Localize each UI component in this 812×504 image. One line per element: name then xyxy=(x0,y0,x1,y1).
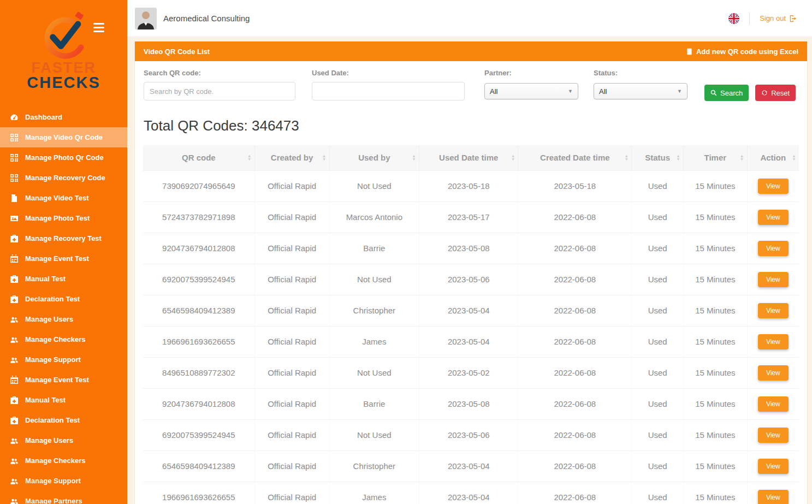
sign-out-label: Sign out xyxy=(760,14,786,22)
cell-created-by: Official Rapid xyxy=(254,201,329,233)
status-select[interactable]: All ▼ xyxy=(594,83,687,99)
sidebar-item-dashboard[interactable]: Dashboard xyxy=(0,107,127,127)
cell-qr: 9204736794012808 xyxy=(143,388,254,419)
cell-created-date: 2022-06-08 xyxy=(518,326,632,357)
table-row: 6546598409412389Official RapidChristophe… xyxy=(143,450,799,482)
view-button[interactable]: View xyxy=(758,210,789,225)
view-button[interactable]: View xyxy=(758,334,789,349)
sidebar-item-manage-checkers[interactable]: Manage Checkers xyxy=(0,450,127,471)
sidebar-item-manage-users[interactable]: Manage Users xyxy=(0,430,127,450)
column-header-action[interactable]: Action▴▾ xyxy=(747,145,799,170)
company-name: Aeromedical Consulting xyxy=(163,14,250,23)
uk-flag-icon[interactable] xyxy=(728,13,739,24)
logo-text-faster: FASTER xyxy=(0,61,127,74)
sort-icon[interactable]: ▴▾ xyxy=(793,155,795,161)
search-button[interactable]: Search xyxy=(704,85,749,101)
sidebar-item-manage-recovery-test[interactable]: Manage Recovery Test xyxy=(0,228,127,248)
column-header-timer[interactable]: Timer▴▾ xyxy=(684,145,747,170)
sidebar-item-manage-video-test[interactable]: Manage Video Test xyxy=(0,188,127,208)
search-qr-input[interactable] xyxy=(144,82,295,100)
sidebar-item-label: Manage Checkers xyxy=(25,335,86,343)
cell-qr: 6920075399524945 xyxy=(143,419,254,450)
sidebar-item-manage-recovery-code[interactable]: Manage Recovery Code xyxy=(0,168,127,188)
cell-qr: 6546598409412389 xyxy=(143,295,254,326)
add-excel-button[interactable]: Add new QR code using Excel xyxy=(686,48,798,56)
partner-select[interactable]: All ▼ xyxy=(484,83,578,99)
sidebar-item-manage-photo-qr-code[interactable]: Manage Photo Qr Code xyxy=(0,147,127,168)
cell-created-by: Official Rapid xyxy=(254,233,329,264)
search-qr-label: Search QR code: xyxy=(144,69,295,77)
sidebar-item-manage-users[interactable]: Manage Users xyxy=(0,309,127,329)
cell-qr: 9204736794012808 xyxy=(143,233,254,264)
topbar: Aeromedical Consulting Sign out xyxy=(127,0,812,37)
column-label: Used by xyxy=(358,153,390,162)
column-header-created-date-time[interactable]: Created Date time▴▾ xyxy=(518,145,632,170)
view-button[interactable]: View xyxy=(758,179,789,194)
sort-icon[interactable]: ▴▾ xyxy=(512,155,514,161)
sidebar-item-manual-test[interactable]: Manual Test xyxy=(0,269,127,289)
cell-created-by: Official Rapid xyxy=(254,295,329,326)
sidebar-item-manage-support[interactable]: Manage Support xyxy=(0,471,127,491)
cell-used-date: 2023-05-04 xyxy=(419,450,518,482)
sort-icon[interactable]: ▴▾ xyxy=(677,155,679,161)
cell-created-date: 2022-06-08 xyxy=(518,450,632,482)
cell-action: View xyxy=(747,357,799,388)
sidebar-item-manage-checkers[interactable]: Manage Checkers xyxy=(0,329,127,349)
view-button[interactable]: View xyxy=(758,490,789,504)
cell-status: Used xyxy=(632,357,684,388)
add-excel-label: Add new QR code using Excel xyxy=(696,48,798,56)
sidebar-item-manage-event-test[interactable]: Manage Event Test xyxy=(0,370,127,390)
view-button[interactable]: View xyxy=(758,303,789,318)
cell-created-by: Official Rapid xyxy=(254,264,329,295)
hamburger-menu-icon[interactable] xyxy=(93,23,104,34)
sidebar-item-manage-video-qr-code[interactable]: Manage Video Qr Code xyxy=(0,127,127,147)
sidebar-item-manage-photo-test[interactable]: Manage Photo Test xyxy=(0,208,127,228)
view-button[interactable]: View xyxy=(758,459,789,474)
sidebar-item-declaration-test[interactable]: Declaration Test xyxy=(0,410,127,430)
cell-used-date: 2023-05-17 xyxy=(419,201,518,233)
column-header-created-by[interactable]: Created by▴▾ xyxy=(254,145,329,170)
sidebar-item-declaration-test[interactable]: Declaration Test xyxy=(0,289,127,309)
cell-status: Used xyxy=(632,482,684,504)
sort-icon[interactable]: ▴▾ xyxy=(625,155,627,161)
view-button[interactable]: View xyxy=(758,365,789,381)
cell-created-date: 2022-06-08 xyxy=(518,233,632,264)
sidebar-item-label: Manage Event Test xyxy=(25,376,89,384)
used-date-input[interactable] xyxy=(312,82,465,100)
view-button[interactable]: View xyxy=(758,241,789,256)
avatar[interactable] xyxy=(135,8,157,29)
sort-icon[interactable]: ▴▾ xyxy=(413,155,415,161)
reset-button[interactable]: Reset xyxy=(755,85,796,101)
view-button[interactable]: View xyxy=(758,396,789,412)
cell-action: View xyxy=(747,388,799,419)
qr-code-icon xyxy=(10,133,19,142)
sort-icon[interactable]: ▴▾ xyxy=(248,155,251,161)
view-button[interactable]: View xyxy=(758,272,789,287)
cell-created-by: Official Rapid xyxy=(254,450,329,482)
medkit-icon xyxy=(10,234,19,243)
sidebar-item-manual-test[interactable]: Manual Test xyxy=(0,390,127,410)
sidebar-item-manage-support[interactable]: Manage Support xyxy=(0,349,127,370)
cell-qr: 8496510889772302 xyxy=(143,357,254,388)
view-button[interactable]: View xyxy=(758,428,789,443)
sidebar-item-label: Manage Photo Test xyxy=(25,214,90,222)
column-header-used-date-time[interactable]: Used Date time▴▾ xyxy=(419,145,518,170)
column-header-used-by[interactable]: Used by▴▾ xyxy=(329,145,419,170)
cell-timer: 15 Minutes xyxy=(684,233,747,264)
sidebar-item-manage-event-test[interactable]: Manage Event Test xyxy=(0,248,127,269)
sort-icon[interactable]: ▴▾ xyxy=(741,155,743,161)
cell-qr: 6920075399524945 xyxy=(143,264,254,295)
cell-used-by: Marcos Antonio xyxy=(329,201,419,233)
sort-icon[interactable]: ▴▾ xyxy=(323,155,325,161)
column-label: QR code xyxy=(182,153,216,162)
table-row: 9204736794012808Official RapidBarrie2023… xyxy=(143,233,799,264)
cell-created-date: 2022-06-08 xyxy=(518,388,632,419)
column-header-qr-code[interactable]: QR code▴▾ xyxy=(143,145,254,170)
column-header-status[interactable]: Status▴▾ xyxy=(632,145,684,170)
refresh-icon xyxy=(761,90,768,96)
partner-selected-value: All xyxy=(490,87,497,96)
sign-out-link[interactable]: Sign out xyxy=(760,14,797,22)
sidebar-item-manage-partners[interactable]: Manage Partners xyxy=(0,491,127,504)
cell-action: View xyxy=(747,233,799,264)
cell-action: View xyxy=(747,419,799,450)
